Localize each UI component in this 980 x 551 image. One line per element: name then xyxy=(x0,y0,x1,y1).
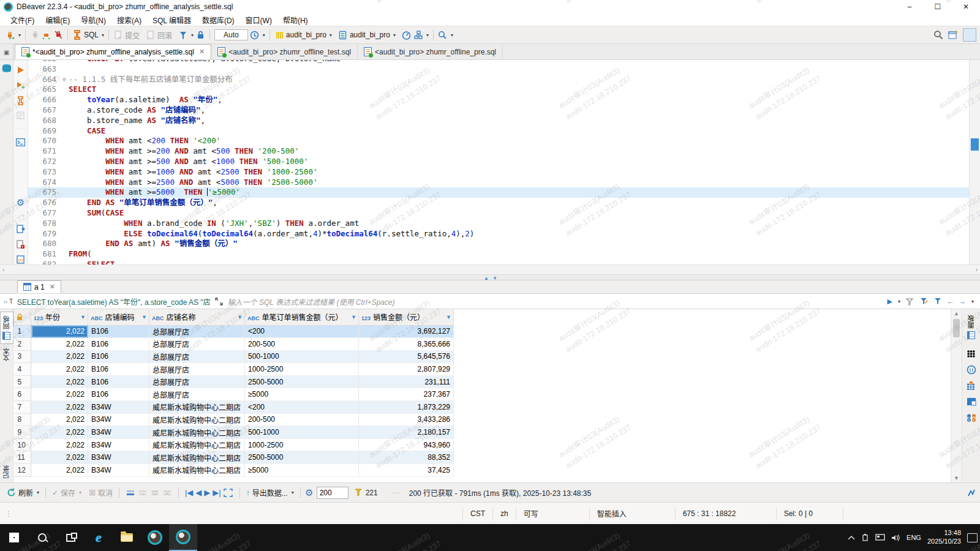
dbeaver-taskbar-icon-active[interactable] xyxy=(169,524,197,551)
cell[interactable]: 威尼斯水城购物中心二期店 xyxy=(149,438,245,451)
code-line-667[interactable]: 667 a.store_code AS "店铺编码", xyxy=(28,105,969,116)
cell[interactable]: 88,352 xyxy=(359,451,454,464)
refresh-label[interactable]: 刷新 xyxy=(18,487,33,498)
filter-back-icon[interactable]: ← xyxy=(947,297,954,305)
taskbar-clock[interactable]: 13:48 2025/10/23 xyxy=(927,529,961,546)
results-tab[interactable]: a 1 ✕ xyxy=(17,280,61,293)
row-number[interactable]: 12 xyxy=(14,464,31,477)
calc-panel-icon[interactable]: -+x= xyxy=(967,413,976,422)
row-number[interactable]: 2 xyxy=(14,338,31,351)
schema-selector[interactable]: audit_bi_pro xyxy=(350,31,390,39)
cell[interactable]: 2,022 xyxy=(31,464,88,477)
row-number[interactable]: 10 xyxy=(14,438,31,451)
cell[interactable]: B106 xyxy=(88,350,149,363)
cell[interactable]: 1000-2500 xyxy=(245,363,359,376)
panel-tab[interactable]: 面板 xyxy=(965,312,978,343)
cell[interactable]: B34W xyxy=(88,413,149,426)
cell[interactable]: 总部展厅店 xyxy=(149,350,245,363)
start-button[interactable] xyxy=(0,524,28,551)
table-row-9[interactable]: 92,022B34W威尼斯水城购物中心二期店500-10002,180,157 xyxy=(14,426,454,439)
table-row-8[interactable]: 82,022B34W威尼斯水城购物中心二期店200-5003,433,286 xyxy=(14,413,454,426)
cell[interactable]: 总部展厅店 xyxy=(149,325,245,338)
close-button[interactable]: ✕ xyxy=(952,0,980,13)
execute-new-tab-icon[interactable]: + xyxy=(16,80,26,90)
cell[interactable]: 威尼斯水城购物中心二期店 xyxy=(149,426,245,439)
cell[interactable]: B106 xyxy=(88,325,149,338)
table-row-12[interactable]: 122,022B34W威尼斯水城购物中心二期店≥500037,425 xyxy=(14,464,454,477)
sql-terminal-icon[interactable] xyxy=(16,137,26,147)
network-display-icon[interactable] xyxy=(875,534,885,541)
menu-item-1[interactable]: 编辑(E) xyxy=(40,13,75,26)
cell[interactable]: B106 xyxy=(88,388,149,401)
export-icon[interactable]: ↑ xyxy=(246,489,250,497)
cell[interactable]: 威尼斯水城购物中心二期店 xyxy=(149,401,245,414)
result-info-icon[interactable] xyxy=(967,488,976,498)
notification-center-icon[interactable] xyxy=(967,533,978,542)
layout-panel-icon[interactable] xyxy=(967,397,976,407)
row-number[interactable]: 6 xyxy=(14,388,31,401)
value-viewer-icon[interactable] xyxy=(967,349,976,359)
disconnect-all-icon[interactable] xyxy=(53,30,63,40)
new-connection-caret[interactable]: ▾ xyxy=(18,32,21,38)
sql-editor-icon[interactable] xyxy=(72,30,82,40)
cell[interactable]: 威尼斯水城购物中心二期店 xyxy=(149,451,245,464)
row-number[interactable]: 3 xyxy=(14,350,31,363)
transaction-caret[interactable]: ▾ xyxy=(191,32,194,38)
menu-item-4[interactable]: SQL 编辑器 xyxy=(147,13,197,26)
column-header-4[interactable]: ABC单笔订单销售金额（元）▼ xyxy=(245,309,359,325)
file-explorer-icon[interactable] xyxy=(113,524,141,551)
editor-results-splitter[interactable]: ▲▼ xyxy=(0,274,980,280)
apply-filter-icon[interactable]: ▶ xyxy=(888,298,892,305)
cell[interactable]: 威尼斯水城购物中心二期店 xyxy=(149,413,245,426)
code-line-678[interactable]: 678 WHEN a.brand_code IN ('JXH','SBZ') T… xyxy=(28,219,969,229)
table-row-11[interactable]: 112,022B34W威尼斯水城购物中心二期店2500-500088,352 xyxy=(14,451,454,464)
volume-icon[interactable] xyxy=(891,534,900,542)
code-line-675[interactable]: 675 WHEN amt >=5000 THEN '≥5000' xyxy=(28,187,969,198)
editor-tab-1[interactable]: <audit_bi_pro> zhumr_offline_test.sql xyxy=(211,44,358,59)
cell[interactable]: <200 xyxy=(245,325,359,338)
table-row-5[interactable]: 52,022B106总部展厅店2500-5000231,111 xyxy=(14,375,454,388)
cell[interactable]: 3,433,286 xyxy=(359,413,454,426)
code-line-665[interactable]: 665SELECT xyxy=(28,84,969,95)
search-icon[interactable] xyxy=(933,30,943,40)
cell[interactable]: 943,960 xyxy=(359,438,454,451)
caret-position-cell[interactable]: 675 : 31 : 18822 xyxy=(675,507,776,520)
table-row-10[interactable]: 102,022B34W威尼斯水城购物中心二期店1000-2500943,960 xyxy=(14,438,454,451)
cell[interactable]: 2,022 xyxy=(31,388,88,401)
row-number[interactable]: 1 xyxy=(14,325,31,338)
editor-settings-gear-icon[interactable]: ⚙ xyxy=(16,198,26,208)
minimize-button[interactable]: – xyxy=(895,0,924,13)
language-indicator[interactable]: ENG xyxy=(907,534,921,541)
cell[interactable]: 总部展厅店 xyxy=(149,388,245,401)
cell[interactable]: 8,365,666 xyxy=(359,338,454,351)
cell[interactable]: 200-500 xyxy=(245,338,359,351)
row-number[interactable]: 11 xyxy=(14,451,31,464)
database-navigator-icon[interactable] xyxy=(1,64,11,73)
open-file-icon[interactable] xyxy=(16,224,26,234)
filter-settings-icon[interactable] xyxy=(933,296,943,306)
column-sort-caret[interactable]: ▼ xyxy=(141,314,147,320)
dbeaver-taskbar-icon[interactable] xyxy=(141,524,169,551)
table-row-3[interactable]: 32,022B106总部展厅店500-10005,645,576 xyxy=(14,350,454,363)
code-line-669[interactable]: 669 CASE xyxy=(28,126,969,137)
cell[interactable]: B34W xyxy=(88,438,149,451)
aggregate-panel-icon[interactable]: + xyxy=(967,381,976,391)
cell[interactable]: 37,425 xyxy=(359,464,454,477)
export-label[interactable]: 导出数据... xyxy=(252,487,288,498)
view-tab-text[interactable]: 文本 xyxy=(1,344,13,365)
code-line-677[interactable]: 677 SUM(CASE xyxy=(28,208,969,219)
execute-statement-icon[interactable] xyxy=(16,65,26,75)
column-sort-caret[interactable]: ▼ xyxy=(351,314,356,320)
cell[interactable]: 2,022 xyxy=(31,325,88,338)
cell[interactable]: B34W xyxy=(88,426,149,439)
column-sort-caret[interactable]: ▼ xyxy=(80,314,86,320)
table-row-2[interactable]: 22,022B106总部展厅店200-5008,365,666 xyxy=(14,338,454,351)
save-filter-icon[interactable] xyxy=(919,296,929,306)
code-line-682[interactable]: 682 SELECT xyxy=(28,260,969,264)
transaction-log-icon[interactable] xyxy=(178,30,188,40)
row-number[interactable]: 5 xyxy=(14,375,31,388)
filter-history-caret[interactable]: ▾ xyxy=(898,299,900,304)
cell[interactable]: 总部展厅店 xyxy=(149,338,245,351)
menu-item-5[interactable]: 数据库(D) xyxy=(197,13,240,26)
cell[interactable]: ≥5000 xyxy=(245,464,359,477)
